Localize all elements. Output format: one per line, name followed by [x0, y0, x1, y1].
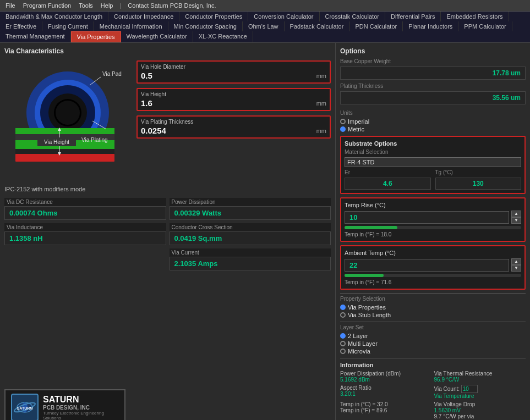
units-imperial-label: Imperial [348, 118, 369, 125]
plating-thickness-value: 35.56 um [340, 91, 526, 104]
via-height-input[interactable] [141, 98, 196, 108]
layer-set-radio-group: 2 Layer Multi Layer Microvia [340, 333, 526, 355]
layer-multi-layer-label: Multi Layer [348, 340, 378, 347]
info-via-voltage-drop-label: Via Voltage Drop [434, 401, 526, 407]
nav-bandwidth[interactable]: Bandwidth & Max Conductor Length [0, 12, 108, 21]
ambient-temp-value: 22 [345, 259, 509, 272]
nav-differential-pairs[interactable]: Differential Pairs [385, 12, 441, 21]
info-grid: Power Dissipation (dBm) 5.1692 dBm Via T… [340, 371, 526, 419]
material-select[interactable]: FR-4 STD [345, 157, 521, 167]
property-via-properties-radio[interactable] [340, 305, 346, 310]
menu-file[interactable]: File [2, 1, 19, 10]
er-label: Er [345, 169, 431, 175]
ambient-temp-input-row: 22 ▲ ▼ [345, 258, 521, 272]
nav-pdn-calc[interactable]: PDN Calculator [349, 21, 403, 31]
tg-value: 130 [435, 178, 522, 190]
temp-rise-fahrenheit: Temp in (°F) = 18.0 [345, 231, 521, 237]
info-via-thermal: Via Thermal Resistance 96.9 °C/W [434, 371, 526, 383]
er-tg-row: Er 4.6 Tg (°C) 130 [345, 169, 521, 190]
layer-2-layer-option[interactable]: 2 Layer [340, 333, 526, 339]
result-dc-resistance-value: 0.00074 Ohms [4, 206, 166, 220]
svg-rect-11 [15, 128, 114, 134]
nav-ppm-calc[interactable]: PPM Calculator [458, 21, 512, 31]
property-via-stub-option[interactable]: Via Stub Length [340, 312, 526, 318]
temp-rise-down[interactable]: ▼ [511, 217, 521, 224]
units-metric-radio[interactable] [340, 126, 346, 132]
plating-thickness-label: Plating Thickness [340, 83, 526, 89]
layer-multi-layer-option[interactable]: Multi Layer [340, 340, 526, 347]
info-via-temp-fahrenheit: Temp in (°F) = 89.6 [340, 407, 432, 413]
menu-contact[interactable]: Contact Saturn PCB Design, Inc. [124, 1, 219, 10]
result-cross-section: Conductor Cross Section 0.0419 Sq.mm [170, 223, 331, 245]
nav-fusing-current[interactable]: Fusing Current [42, 21, 94, 31]
via-plating-thickness-label: Via Plating Thickness [141, 119, 326, 125]
info-via-thermal-value: 96.9 °C/W [434, 377, 526, 383]
plating-thickness-section: Plating Thickness 35.56 um [340, 83, 526, 104]
nav-padstack-calc[interactable]: Padstack Calculator [285, 21, 350, 31]
ipc-mode-text: IPC-2152 with modifiers mode [4, 186, 331, 192]
layer-set-section: Layer Set 2 Layer Multi Layer Microvia [340, 322, 526, 355]
information-panel: Information Power Dissipation (dBm) 5.16… [340, 358, 526, 419]
units-metric-option[interactable]: Metric [340, 126, 526, 132]
ambient-temp-spinner[interactable]: ▲ ▼ [511, 258, 521, 272]
base-copper-weight-label: Base Copper Weight [340, 58, 526, 64]
via-visual: Via Height Via Pad Via Plating [4, 60, 131, 181]
units-imperial-radio[interactable] [340, 119, 346, 124]
results-grid: Via DC Resistance 0.00074 Ohms Power Dis… [4, 198, 331, 270]
nav-er-effective[interactable]: Er Effective [0, 21, 42, 31]
nav-ohms-law[interactable]: Ohm's Law [243, 21, 285, 31]
nav-conversion-calc[interactable]: Conversion Calculator [248, 12, 319, 21]
menu-separator: | [117, 2, 123, 9]
nav-planar-inductors[interactable]: Planar Inductors [403, 21, 458, 31]
result-cross-section-label: Conductor Cross Section [170, 223, 331, 231]
layer-2-layer-label: 2 Layer [348, 333, 368, 339]
nav-conductor-impedance[interactable]: Conductor Impedance [108, 12, 179, 21]
layer-multi-layer-radio[interactable] [340, 341, 346, 346]
layer-microvia-option[interactable]: Microvia [340, 348, 526, 355]
property-via-properties-option[interactable]: Via Properties [340, 304, 526, 311]
tg-item: Tg (°C) 130 [435, 169, 522, 190]
nav-embedded-resistors[interactable]: Embedded Resistors [441, 12, 509, 21]
ambient-temp-up[interactable]: ▲ [511, 258, 521, 265]
result-power-dissipation-value: 0.00329 Watts [170, 206, 331, 220]
substrate-title: Substrate Options [345, 140, 521, 147]
via-hole-diameter-input[interactable] [141, 71, 196, 80]
result-inductance: Via Inductance 1.1358 nH [4, 223, 166, 245]
main-content: Via Characteristics [0, 43, 530, 420]
nav-thermal-management[interactable]: Thermal Management [0, 31, 71, 42]
nav-wavelength-calc[interactable]: Wavelength Calculator [121, 31, 193, 42]
temp-rise-spinner[interactable]: ▲ ▼ [511, 211, 521, 224]
menu-help[interactable]: Help [97, 1, 117, 10]
info-aspect-ratio-value: 3.20:1 [340, 391, 432, 397]
menu-program-function[interactable]: Program Function [20, 1, 74, 10]
via-plating-thickness-input[interactable] [141, 126, 196, 135]
nav-mechanical-info[interactable]: Mechanical Information [94, 21, 168, 31]
svg-point-6 [56, 101, 80, 125]
property-via-stub-radio[interactable] [340, 312, 346, 318]
via-hole-diameter-group: Via Hole Diameter mm [136, 60, 331, 84]
nav-min-conductor-spacing[interactable]: Min Conductor Spacing [168, 21, 243, 31]
ambient-temp-down[interactable]: ▼ [511, 265, 521, 272]
result-current-label: Via Current [170, 248, 331, 257]
info-via-temp-celsius: Temp in (°C) = 32.0 [340, 401, 432, 407]
bottom-row: SATURN SATURN PCB DESIGN, INC Turnkey El… [4, 389, 331, 420]
er-item: Er 4.6 [345, 169, 431, 190]
nav-crosstalk[interactable]: Crosstalk Calculator [320, 12, 385, 21]
right-panel: Options Base Copper Weight 17.78 um Plat… [336, 43, 530, 420]
menu-tools[interactable]: Tools [75, 1, 96, 10]
layer-2-layer-radio[interactable] [340, 333, 346, 339]
via-count-input[interactable] [461, 385, 478, 393]
units-imperial-option[interactable]: Imperial [340, 118, 526, 125]
nav-via-properties[interactable]: Via Properties [71, 31, 121, 42]
property-via-stub-label: Via Stub Length [348, 312, 391, 318]
temp-rise-progress-bar [345, 226, 397, 229]
temp-rise-title: Temp Rise (°C) [345, 202, 521, 208]
substrate-section: Substrate Options Material Selection FR-… [340, 136, 526, 194]
temp-rise-up[interactable]: ▲ [511, 211, 521, 217]
via-diagram-area: Via Height Via Pad Via Plating Via Hole … [4, 60, 331, 181]
via-plating-thickness-unit: mm [316, 128, 326, 134]
nav-xl-xc-reactance[interactable]: XL-XC Reactance [193, 31, 253, 42]
menu-bar: File Program Function Tools Help | Conta… [0, 0, 530, 12]
nav-conductor-properties[interactable]: Conductor Properties [179, 12, 248, 21]
layer-microvia-radio[interactable] [340, 349, 346, 354]
